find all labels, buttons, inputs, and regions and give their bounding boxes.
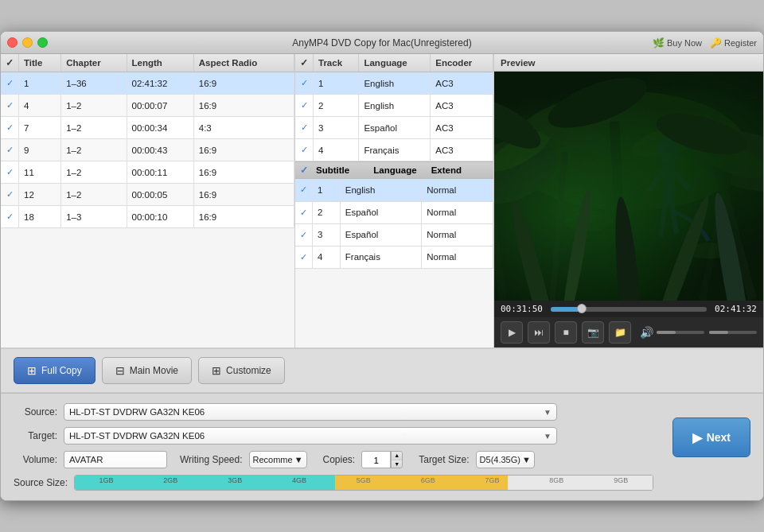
folder-button[interactable]: 📁 (609, 321, 631, 344)
maximize-button[interactable] (37, 37, 48, 48)
customize-button[interactable]: ⊞ Customize (198, 357, 285, 384)
screenshot-button[interactable]: 📷 (582, 321, 604, 344)
audio-language: English (359, 95, 431, 117)
preview-video (494, 72, 763, 301)
copies-up[interactable]: ▲ (392, 452, 402, 460)
minimize-button[interactable] (22, 37, 33, 48)
preview-header: Preview (494, 54, 763, 72)
svg-point-1 (509, 91, 749, 211)
register-button[interactable]: 🔑 Register (710, 37, 757, 49)
target-dropdown-arrow: ▼ (544, 432, 552, 441)
volume-label: Volume: (14, 454, 57, 465)
volume-input[interactable]: AVATAR (64, 451, 167, 468)
row-aspect: 16:9 (193, 206, 294, 228)
svg-line-16 (675, 171, 689, 189)
subtitle-track: 4 (313, 246, 341, 268)
title-table-row: ✓ 9 1–2 00:00:43 16:9 (1, 139, 294, 161)
subtitle-check[interactable]: ✓ (295, 223, 313, 246)
audio-encoder: AC3 (431, 72, 493, 95)
svg-line-15 (649, 171, 663, 191)
next-button[interactable]: ▶ Next (672, 417, 750, 457)
writing-speed-dropdown[interactable]: Recomme ▼ (249, 451, 307, 468)
row-check[interactable]: ✓ (1, 72, 19, 95)
row-check[interactable]: ✓ (1, 95, 19, 117)
copies-value[interactable]: 1 (362, 452, 391, 468)
mid-table-area: ✓ Track Language Encoder ✓ 1 English AC3… (295, 54, 494, 348)
audio-col-language: Language (359, 54, 431, 72)
audio-check[interactable]: ✓ (295, 72, 314, 95)
title-col-chapter: Chapter (61, 54, 127, 72)
row-chapter: 1–2 (61, 139, 127, 161)
window-controls (7, 37, 48, 48)
audio-col-check[interactable]: ✓ (295, 54, 314, 72)
window-title: AnyMP4 DVD Copy for Mac(Unregistered) (292, 37, 471, 49)
subtitle-extend: Normal (422, 223, 493, 246)
leaf-icon: 🌿 (653, 37, 665, 49)
volume-track[interactable] (657, 331, 704, 334)
audio-track: 3 (314, 117, 359, 139)
subtitle-table-row: ✓ 4 Français Normal (295, 246, 493, 268)
audio-language: Español (359, 117, 431, 139)
size-bar-cyan (75, 476, 335, 490)
progress-bar[interactable] (551, 307, 707, 312)
svg-rect-4 (494, 132, 507, 301)
subtitle-language: Español (340, 223, 421, 246)
row-check[interactable]: ✓ (1, 117, 19, 139)
app-window: AnyMP4 DVD Copy for Mac(Unregistered) 🌿 … (0, 31, 764, 501)
subtitle-table-row: ✓ 1 English Normal (295, 179, 493, 201)
row-title: 12 (19, 184, 61, 206)
form-fields: Source: HL-DT-ST DVDRW GA32N KE06 ▼ Targ… (14, 403, 653, 491)
customize-icon: ⊞ (212, 364, 221, 377)
title-col-aspect: Aspect Radio (193, 54, 294, 72)
svg-point-13 (659, 138, 679, 165)
writing-speed-label: Writing Speed: (180, 454, 243, 465)
play-button[interactable]: ▶ (501, 321, 523, 344)
source-size-label: Source Size: (14, 477, 68, 488)
svg-point-9 (494, 123, 555, 179)
audio-check[interactable]: ✓ (295, 117, 314, 139)
title-col-title: Title (19, 54, 61, 72)
subtitle-label: Subtitle (316, 165, 373, 175)
skip-button[interactable]: ⏭ (528, 321, 550, 344)
title-table-row: ✓ 1 1–36 02:41:32 16:9 (1, 72, 294, 95)
title-table-container: ✓ Title Chapter Length Aspect Radio ✓ 1 … (1, 54, 295, 348)
audio-table: ✓ Track Language Encoder ✓ 1 English AC3… (295, 54, 493, 161)
row-check[interactable]: ✓ (1, 139, 19, 161)
buy-now-button[interactable]: 🌿 Buy Now (653, 37, 702, 49)
main-movie-button[interactable]: ⊟ Main Movie (102, 357, 192, 384)
row-chapter: 1–2 (61, 117, 127, 139)
audio-encoder: AC3 (431, 117, 493, 139)
top-section: ✓ Title Chapter Length Aspect Radio ✓ 1 … (1, 54, 763, 348)
source-label: Source: (14, 406, 57, 417)
full-copy-button[interactable]: ⊞ Full Copy (14, 357, 96, 384)
volume-icon: 🔊 (640, 326, 653, 339)
titlebar: AnyMP4 DVD Copy for Mac(Unregistered) 🌿 … (1, 32, 763, 54)
volume-extend[interactable] (709, 331, 757, 334)
row-title: 11 (19, 161, 61, 184)
audio-table-row: ✓ 3 Español AC3 (295, 117, 493, 139)
row-length: 00:00:10 (127, 206, 193, 228)
source-dropdown-arrow: ▼ (544, 408, 552, 417)
source-size-row: Source Size: 1GB 2GB 3GB 4GB 5GB (14, 475, 653, 491)
row-check[interactable]: ✓ (1, 161, 19, 184)
source-dropdown[interactable]: HL-DT-ST DVDRW GA32N KE06 ▼ (64, 403, 557, 421)
subtitle-check[interactable]: ✓ (295, 179, 313, 201)
audio-col-encoder: Encoder (431, 54, 493, 72)
copies-down[interactable]: ▼ (392, 460, 402, 468)
target-size-dropdown[interactable]: D5(4.35G) ▼ (476, 451, 535, 468)
audio-table-row: ✓ 2 English AC3 (295, 95, 493, 117)
target-dropdown[interactable]: HL-DT-ST DVDRW GA32N KE06 ▼ (64, 427, 557, 445)
audio-track: 2 (314, 95, 359, 117)
svg-point-12 (684, 125, 763, 187)
row-check[interactable]: ✓ (1, 184, 19, 206)
close-button[interactable] (7, 37, 18, 48)
subtitle-check[interactable]: ✓ (295, 246, 313, 268)
audio-check[interactable]: ✓ (295, 95, 314, 117)
row-check[interactable]: ✓ (1, 206, 19, 228)
title-col-check[interactable]: ✓ (1, 54, 19, 72)
stop-button[interactable]: ■ (555, 321, 577, 344)
audio-check[interactable]: ✓ (295, 139, 314, 161)
row-title: 9 (19, 139, 61, 161)
subtitle-check[interactable]: ✓ (295, 201, 313, 223)
svg-line-17 (661, 204, 665, 236)
